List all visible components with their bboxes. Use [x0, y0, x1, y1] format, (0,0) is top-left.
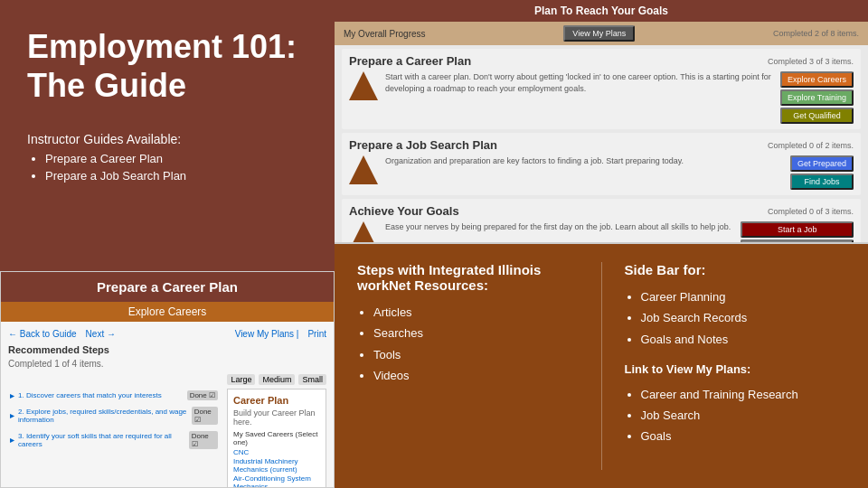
size-large[interactable]: Large: [227, 374, 255, 385]
main-container: Employment 101: The Guide Instructor Gui…: [0, 0, 868, 488]
career-plan-banner: Prepare a Career Plan: [1, 272, 334, 302]
mock-career-plan-card: Career Plan Build your Career Plan here.…: [227, 389, 326, 488]
plan-title-3: Achieve Your Goals: [349, 204, 459, 218]
page-title: Employment 101: The Guide: [27, 27, 307, 105]
steps-item-tools: Tools: [373, 344, 579, 365]
explore-training-button[interactable]: Explore Training: [780, 89, 854, 106]
info-panel-left: Steps with Integrated Illinois workNet R…: [335, 244, 601, 488]
steps-list: Articles Searches Tools Videos: [357, 302, 579, 387]
mock-nav: ← Back to Guide Next → View My Plans | P…: [8, 329, 326, 339]
plan-completed-2: Completed 0 of 2 items.: [768, 141, 854, 150]
mock-step-3: ▸ 3. Identify your soft skills that are …: [8, 429, 220, 451]
plan-desc-2: Organization and preparation are key fac…: [385, 155, 783, 167]
sidebar-title: Side Bar for:: [625, 262, 846, 277]
view-my-plans-link[interactable]: View My Plans |: [235, 329, 299, 339]
mock-content-row: ▸ 1. Discover careers that match your in…: [8, 389, 326, 488]
link-item-career-training: Career and Training Research: [641, 384, 846, 405]
explore-careers-button[interactable]: Explore Careers: [780, 71, 854, 88]
plan-body-2: Organization and preparation are key fac…: [349, 155, 854, 190]
plan-body-1: Start with a career plan. Don't worry ab…: [349, 71, 854, 124]
get-qualified-button[interactable]: Get Qualified: [780, 108, 854, 124]
instructor-item-1: Prepare a Career Plan: [45, 152, 307, 165]
steps-item-videos: Videos: [373, 365, 579, 386]
progress-header: Plan To Reach Your Goals: [335, 0, 868, 22]
bottom-panels: Steps with Integrated Illinois workNet R…: [335, 244, 868, 488]
link-title: Link to View My Plans:: [625, 359, 846, 380]
steps-item-articles: Articles: [373, 302, 579, 323]
link-item-job-search: Job Search: [641, 405, 846, 426]
overall-progress-bar: My Overall Progress View My Plans Comple…: [335, 22, 868, 45]
plan-desc-1: Start with a career plan. Don't worry ab…: [385, 71, 773, 94]
steps-item-searches: Searches: [373, 323, 579, 343]
mock-steps-list: ▸ 1. Discover careers that match your in…: [8, 389, 220, 488]
view-my-plans-button[interactable]: View My Plans: [563, 25, 635, 42]
back-link[interactable]: ← Back to Guide: [8, 329, 77, 339]
instructor-list: Prepare a Career Plan Prepare a Job Sear…: [27, 152, 307, 183]
size-medium[interactable]: Medium: [259, 374, 295, 385]
plan-icon-2: [349, 155, 378, 184]
overall-completed-label: Completed 2 of 8 items.: [773, 29, 859, 38]
plan-section-header-3: Achieve Your Goals Completed 0 of 3 item…: [349, 204, 854, 218]
steps-title: Steps with Integrated Illinois workNet R…: [357, 262, 579, 293]
plan-buttons-1: Explore Careers Explore Training Get Qua…: [780, 71, 854, 124]
plan-icon-3: [349, 221, 378, 244]
plan-icon-1: [349, 71, 378, 100]
next-link[interactable]: Next →: [86, 329, 116, 339]
instructor-label: Instructor Guides Available:: [27, 132, 307, 146]
left-panel: Employment 101: The Guide Instructor Gui…: [0, 0, 335, 488]
plan-completed-1: Completed 3 of 3 items.: [768, 57, 854, 66]
plan-completed-3: Completed 0 of 3 items.: [768, 207, 854, 216]
sidebar-item-career-planning: Career Planning: [641, 286, 846, 307]
plan-buttons-2: Get Prepared Find Jobs: [790, 155, 854, 190]
sidebar-item-job-search: Job Search Records: [641, 307, 846, 328]
plan-section-header-1: Prepare a Career Plan Completed 3 of 3 i…: [349, 54, 854, 68]
instructor-area: Instructor Guides Available: Prepare a C…: [0, 123, 335, 204]
set-financial-goals-button[interactable]: Set Financial Goals: [741, 239, 854, 244]
mock-size-btns: Large Medium Small: [8, 374, 326, 385]
size-small[interactable]: Small: [298, 374, 326, 385]
mock-screen: ← Back to Guide Next → View My Plans | P…: [1, 322, 334, 488]
plan-section-career: Prepare a Career Plan Completed 3 of 3 i…: [342, 49, 861, 129]
get-prepared-button[interactable]: Get Prepared: [790, 155, 854, 172]
mock-steps-header: Recommended Steps: [8, 344, 326, 355]
info-panel-right: Side Bar for: Career Planning Job Search…: [602, 244, 869, 488]
plan-body-3: Ease your nerves by being prepared for t…: [349, 221, 854, 244]
top-screenshot: Plan To Reach Your Goals My Overall Prog…: [335, 0, 868, 244]
print-link[interactable]: Print: [307, 329, 326, 339]
plan-section-goals: Achieve Your Goals Completed 0 of 3 item…: [342, 199, 861, 244]
overall-progress-label: My Overall Progress: [344, 29, 426, 39]
mock-step-1: ▸ 1. Discover careers that match your in…: [8, 389, 220, 402]
plan-section-header-2: Prepare a Job Search Plan Completed 0 of…: [349, 138, 854, 152]
start-job-button[interactable]: Start a Job: [741, 221, 854, 238]
plan-buttons-3: Start a Job Set Financial Goals Practice…: [741, 221, 854, 244]
plan-title-1: Prepare a Career Plan: [349, 54, 471, 68]
plan-section-job: Prepare a Job Search Plan Completed 0 of…: [342, 133, 861, 195]
title-area: Employment 101: The Guide: [0, 0, 335, 123]
mock-progress: Completed 1 of 4 items.: [8, 359, 326, 369]
screenshot-overlay: Prepare a Career Plan Explore Careers ← …: [0, 271, 335, 488]
career-plan-sub: Explore Careers: [1, 302, 334, 322]
link-item-goals: Goals: [641, 426, 846, 446]
instructor-item-2: Prepare a Job Search Plan: [45, 169, 307, 183]
link-section: Link to View My Plans: Career and Traini…: [625, 359, 846, 447]
sidebar-item-goals: Goals and Notes: [641, 329, 846, 350]
mock-step-2: ▸ 2. Explore jobs, required skills/crede…: [8, 405, 220, 427]
right-panel: Plan To Reach Your Goals My Overall Prog…: [335, 0, 868, 488]
link-list: Career and Training Research Job Search …: [625, 384, 846, 447]
find-jobs-button[interactable]: Find Jobs: [790, 174, 854, 190]
plan-desc-3: Ease your nerves by being prepared for t…: [385, 221, 733, 233]
sidebar-list: Career Planning Job Search Records Goals…: [625, 286, 846, 350]
plan-title-2: Prepare a Job Search Plan: [349, 138, 497, 152]
